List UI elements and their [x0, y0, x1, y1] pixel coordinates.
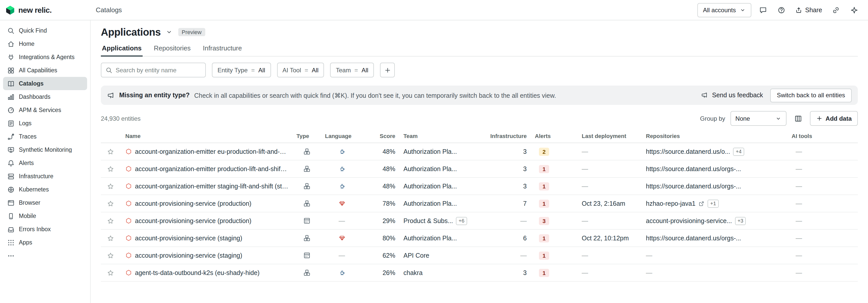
- star-icon[interactable]: [107, 165, 114, 172]
- column-header-ai-tools[interactable]: AI tools: [787, 133, 858, 139]
- repository-link[interactable]: account-provisioning-service...: [646, 217, 732, 224]
- ai-assistant-button[interactable]: [848, 3, 861, 17]
- column-header-last-deployment[interactable]: Last deployment: [578, 133, 642, 139]
- filter-team[interactable]: Team=All: [330, 63, 374, 78]
- sidebar-item-quick-find[interactable]: Quick Find: [3, 24, 87, 37]
- copy-link-button[interactable]: [829, 3, 842, 17]
- team-value[interactable]: Authorization Pla...: [403, 183, 457, 190]
- repository-overflow-badge[interactable]: +1: [708, 200, 719, 208]
- entity-name-link[interactable]: account-organization-emitter eu-producti…: [135, 148, 288, 155]
- entity-name-link[interactable]: account-organization-emitter staging-lif…: [135, 183, 288, 190]
- star-icon[interactable]: [107, 200, 114, 207]
- star-icon[interactable]: [107, 217, 114, 224]
- sidebar-item-apm-services[interactable]: APM & Services: [3, 103, 87, 117]
- sidebar-item-more[interactable]: [3, 249, 87, 262]
- team-cell: Product & Subs...+6: [399, 217, 486, 225]
- filter-entity-type[interactable]: Entity Type=All: [212, 63, 271, 78]
- entity-name-link[interactable]: account-provisioning-service (staging): [135, 235, 242, 242]
- entity-name-link[interactable]: account-provisioning-service (staging): [135, 252, 242, 259]
- repository-link[interactable]: https://source.datanerd.us/orgs-...: [646, 165, 741, 172]
- entity-name-link[interactable]: agent-ts-data-outbound-k2s (eu-shady-hid…: [135, 269, 259, 276]
- alerts-badge[interactable]: 2: [539, 147, 549, 156]
- sidebar-item-browser[interactable]: Browser: [3, 196, 87, 209]
- repository-link[interactable]: https://source.datanerd.us/orgs-...: [646, 235, 741, 242]
- team-value[interactable]: Authorization Pla...: [403, 235, 457, 242]
- sidebar-item-home[interactable]: Home: [3, 37, 87, 51]
- entity-name-link[interactable]: account-provisioning-service (production…: [135, 217, 251, 224]
- tab-repositories[interactable]: Repositories: [153, 42, 192, 57]
- star-icon[interactable]: [107, 269, 114, 276]
- favorite-cell: [101, 235, 121, 242]
- alerts-badge[interactable]: 1: [539, 182, 549, 190]
- send-feedback-link[interactable]: Send us feedback: [712, 92, 763, 99]
- star-icon[interactable]: [107, 148, 114, 155]
- add-data-label: Add data: [826, 115, 852, 122]
- sidebar-item-synthetic-monitoring[interactable]: Synthetic Monitoring: [3, 143, 87, 156]
- entity-name-link[interactable]: account-organization-emitter production-…: [135, 165, 288, 172]
- share-button[interactable]: Share: [793, 6, 824, 13]
- sidebar-item-logs[interactable]: Logs: [3, 117, 87, 130]
- column-header-language[interactable]: Language: [321, 133, 363, 139]
- team-value[interactable]: Authorization Pla...: [403, 200, 457, 207]
- sidebar-item-traces[interactable]: Traces: [3, 130, 87, 143]
- tab-infrastructure[interactable]: Infrastructure: [202, 42, 243, 57]
- alerts-badge[interactable]: 1: [539, 269, 549, 277]
- repository-overflow-badge[interactable]: +3: [735, 217, 746, 225]
- team-value[interactable]: Product & Subs...: [403, 217, 453, 224]
- add-data-button[interactable]: Add data: [810, 111, 858, 126]
- repository-link[interactable]: hzhao-repo-java1: [646, 200, 695, 207]
- repository-link[interactable]: https://source.datanerd.us/orgs-...: [646, 183, 741, 190]
- star-icon[interactable]: [107, 183, 114, 190]
- column-header-name[interactable]: Name: [121, 133, 292, 139]
- column-header-type[interactable]: Type: [292, 133, 321, 139]
- repository-overflow-badge[interactable]: +4: [733, 147, 744, 156]
- feedback-chat-button[interactable]: [756, 3, 769, 17]
- column-header-repositories[interactable]: Repositories: [642, 133, 787, 139]
- chevron-down-icon: [165, 29, 173, 36]
- account-picker-button[interactable]: All accounts: [698, 3, 751, 17]
- team-value[interactable]: chakra: [403, 269, 423, 276]
- team-value[interactable]: Authorization Pla...: [403, 165, 457, 172]
- team-value[interactable]: Authorization Pla...: [403, 148, 457, 155]
- entity-name-link[interactable]: account-provisioning-service (production…: [135, 200, 251, 207]
- column-header-team[interactable]: Team: [399, 133, 486, 139]
- alerts-badge[interactable]: 1: [539, 251, 549, 260]
- team-overflow-badge[interactable]: +6: [456, 217, 467, 225]
- sidebar-item-all-capabilities[interactable]: All Capabilities: [3, 64, 87, 77]
- sidebar-item-kubernetes[interactable]: Kubernetes: [3, 183, 87, 196]
- column-header-score[interactable]: Score: [363, 133, 399, 139]
- star-icon[interactable]: [107, 252, 114, 259]
- add-filter-button[interactable]: [380, 63, 395, 78]
- column-header-infrastructure[interactable]: Infrastructure: [486, 133, 531, 139]
- new-relic-logo[interactable]: new relic.: [5, 5, 91, 15]
- catalog-switcher-button[interactable]: [164, 28, 174, 37]
- search-input[interactable]: [116, 66, 201, 73]
- switch-back-button[interactable]: Switch back to all entities: [770, 88, 852, 102]
- sidebar-item-errors-inbox[interactable]: Errors Inbox: [3, 222, 87, 236]
- team-value[interactable]: API Core: [403, 252, 429, 259]
- filter-ai-tool[interactable]: AI Tool=All: [277, 63, 324, 78]
- star-icon[interactable]: [107, 235, 114, 242]
- external-link-icon[interactable]: [699, 201, 705, 207]
- help-button[interactable]: [775, 3, 788, 17]
- alerts-badge[interactable]: 1: [539, 200, 549, 208]
- sidebar-item-apps[interactable]: Apps: [3, 236, 87, 249]
- tab-bar: ApplicationsRepositoriesInfrastructure: [101, 42, 858, 57]
- alerts-badge[interactable]: 3: [539, 217, 549, 225]
- repositories-cell: https://source.datanerd.us/orgs-...: [642, 183, 787, 190]
- alerts-badge[interactable]: 1: [539, 165, 549, 173]
- sidebar-item-catalogs[interactable]: Catalogs: [3, 77, 87, 90]
- sidebar-item-infrastructure[interactable]: Infrastructure: [3, 170, 87, 183]
- group-by-select[interactable]: None: [730, 111, 786, 126]
- sidebar-item-integrations-agents[interactable]: Integrations & Agents: [3, 51, 87, 64]
- sidebar-item-alerts[interactable]: Alerts: [3, 156, 87, 170]
- sidebar-item-dashboards[interactable]: Dashboards: [3, 90, 87, 103]
- column-settings-button[interactable]: [791, 112, 805, 125]
- repository-link[interactable]: https://source.datanerd.us/o...: [646, 148, 730, 155]
- name-cell: agent-ts-data-outbound-k2s (eu-shady-hid…: [121, 269, 292, 276]
- column-header-alerts[interactable]: Alerts: [531, 133, 578, 139]
- sidebar-item-mobile[interactable]: Mobile: [3, 209, 87, 222]
- filter-value: All: [362, 66, 368, 73]
- tab-applications[interactable]: Applications: [101, 42, 143, 57]
- alerts-badge[interactable]: 1: [539, 234, 549, 242]
